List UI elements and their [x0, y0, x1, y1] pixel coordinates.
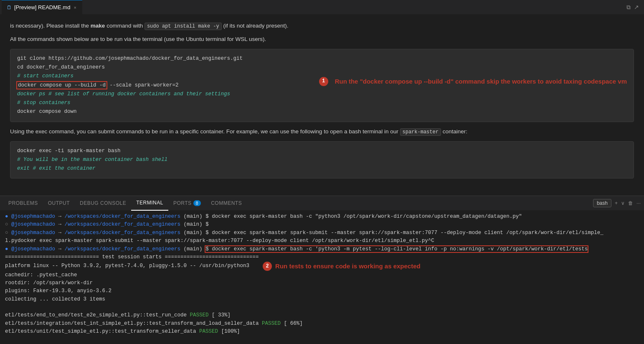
term-test-1: etl/tests/end_to_end/test_e2e_simple_etl…: [5, 311, 639, 319]
open-in-new-button[interactable]: ↗: [634, 4, 639, 11]
term-platform-line: platform linux -- Python 3.9.2, pytest-7…: [5, 261, 639, 271]
tab-ports[interactable]: PORTS 8: [168, 196, 206, 211]
code-line-4: docker compose up --build -d --scale spa…: [17, 81, 312, 90]
term-separator-1: ============================== test sess…: [5, 253, 639, 261]
trash-icon[interactable]: 🗑: [628, 200, 633, 206]
more-options-button[interactable]: ···: [636, 200, 641, 206]
annotation-2-text: Run tests to ensure code is working as e…: [275, 261, 421, 271]
terminal-area[interactable]: ● @josephmachado → /workspaces/docker_fo…: [0, 210, 644, 344]
term-plugins: plugins: Faker-19.3.0, anyio-3.6.2: [5, 287, 639, 295]
para3: Using the exec command, you can submit c…: [10, 127, 634, 136]
tab-debug-console[interactable]: DEBUG CONSOLE: [75, 196, 131, 211]
tab-output[interactable]: OUTPUT: [43, 196, 75, 211]
code-line-6: # stop containers: [17, 99, 312, 107]
term-cachedir: cachedir: .pytest_cache: [5, 271, 639, 279]
install-code: sudo apt install make -y: [145, 23, 222, 30]
split-editor-button[interactable]: ⧉: [626, 4, 631, 11]
panel-tab-actions: bash + ∨ 🗑 ···: [593, 199, 641, 207]
term-test-2: etl/tests/integration/test_int_simple_et…: [5, 320, 639, 328]
term-test-3: etl/tests/unit/test_simple_etl.py::test_…: [5, 328, 639, 336]
annotation-1-text: Run the "docker compose up --build -d" c…: [335, 76, 627, 87]
tab-actions: ⧉ ↗: [626, 4, 642, 11]
tab-preview-readme[interactable]: 🗒 [Preview] README.md ×: [2, 0, 82, 15]
code-line-3: # start containers: [17, 72, 312, 81]
tab-bar: 🗒 [Preview] README.md × ⧉ ↗: [0, 0, 644, 15]
spark-master-code: spark-master: [400, 128, 441, 136]
add-terminal-button[interactable]: +: [615, 200, 618, 206]
tab-close-button[interactable]: ×: [73, 4, 77, 11]
code-line-7: docker compose down: [17, 107, 312, 116]
exec-line-3: exit # exit the container: [17, 164, 627, 173]
para2: All the commands shown below are to be r…: [10, 35, 634, 44]
panel-tabs: PROBLEMS OUTPUT DEBUG CONSOLE TERMINAL P…: [0, 196, 644, 210]
editor-area: is necessary). Please install the make c…: [0, 15, 644, 196]
para1: is necessary). Please install the make c…: [10, 21, 634, 31]
docker-compose-up-highlighted: docker compose up --build -d: [17, 82, 106, 89]
file-icon: 🗒: [7, 5, 12, 10]
tab-comments[interactable]: COMMENTS: [206, 196, 247, 211]
code-line-1: git clone https://github.com/josephmacha…: [17, 54, 312, 63]
term-line-3: ○ @josephmachado → /workspaces/docker_fo…: [5, 229, 639, 237]
code-line-5: docker ps # see list of running docker c…: [17, 90, 312, 99]
code-block-2: docker exec -ti spark-master bash # You …: [10, 141, 634, 179]
code-block-1: git clone https://github.com/josephmacha…: [10, 49, 634, 122]
bash-badge: bash: [593, 199, 611, 207]
term-rootdir: rootdir: /opt/spark/work-dir: [5, 279, 639, 287]
term-line-4: l.pydocker exec spark-master spark-submi…: [5, 237, 639, 245]
terminal-chevron-button[interactable]: ∨: [621, 200, 625, 206]
exec-line-2: # You will be in the master container ba…: [17, 155, 627, 164]
tab-problems[interactable]: PROBLEMS: [3, 196, 43, 211]
pytest-command-highlighted: $ docker exec spark-master bash -c 'pyth…: [205, 246, 588, 252]
make-text: make: [91, 23, 105, 29]
term-line-1: ● @josephmachado → /workspaces/docker_fo…: [5, 213, 639, 221]
term-line-2: ○ @josephmachado → /workspaces/docker_fo…: [5, 221, 639, 229]
exec-line-1: docker exec -ti spark-master bash: [17, 147, 627, 155]
annotation-1-bubble: 1: [319, 77, 328, 86]
term-line-5: ● @josephmachado → /workspaces/docker_fo…: [5, 245, 639, 253]
tab-label: [Preview] README.md: [14, 4, 70, 10]
tab-terminal[interactable]: TERMINAL: [131, 196, 168, 211]
annotation-2-bubble: 2: [263, 262, 272, 271]
code-line-2: cd docker_for_data_engineers: [17, 63, 312, 72]
ports-badge: 8: [193, 200, 201, 206]
term-collecting: collecting ... collected 3 items: [5, 296, 639, 303]
